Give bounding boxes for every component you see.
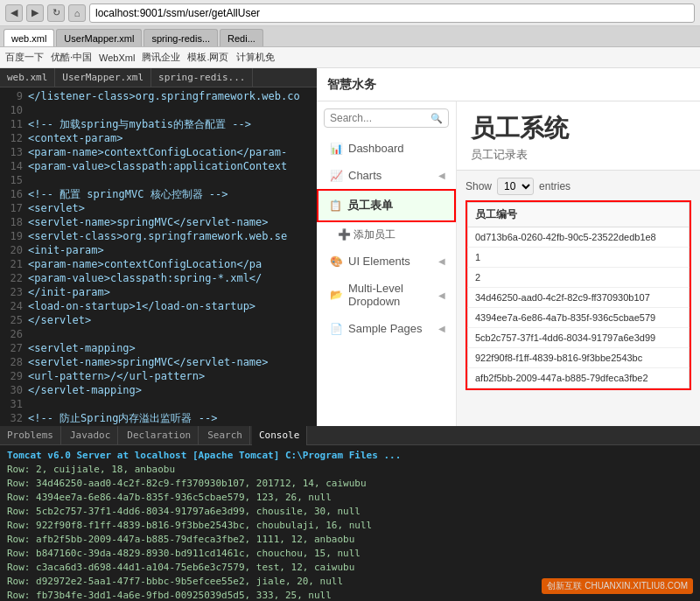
table-row[interactable]: 4394ee7a-6e86-4a7b-835f-936c5cbae579 [468,308,690,328]
table-row[interactable]: 0d713b6a-0260-42fb-90c5-23522dedb1e8 [468,227,690,248]
browser-tab-bar: web.xml UserMapper.xml spring-redis... R… [0,26,700,47]
line-number: 16 [4,187,28,201]
bookmark-4[interactable]: 模板.网页 [187,51,228,64]
app-header: 智慧水务 [317,68,700,101]
table-cell: 34d46250-aad0-4c2f-82c9-ff370930b107 [468,288,690,308]
charts-icon: 📈 [330,170,343,182]
code-tab-1[interactable]: UserMapper.xml [55,68,151,87]
sidebar: 🔍 📊 Dashboard 📈 Charts ◀ 📋 员工表单 ➕ [317,101,457,426]
line-number: 23 [4,285,28,299]
url-bar[interactable] [89,3,695,23]
search-input[interactable] [330,112,430,124]
home-button[interactable]: ⌂ [68,4,86,22]
code-tab-0[interactable]: web.xml [0,68,55,87]
browser-bar: ◀ ▶ ↻ ⌂ [0,0,700,26]
bookmarks-bar: 百度一下 优酷·中国 WebXml 腾讯企业 模板.网页 计算机免 [0,47,700,68]
ui-icon: 🎨 [330,255,343,268]
line-content: <servlet-class>org.springframework.web.s… [28,229,313,243]
bottom-tab-problems[interactable]: Problems [0,426,61,445]
chevron-right-icon-ui: ◀ [438,256,445,266]
sidebar-item-employee-list[interactable]: 📋 员工表单 [317,189,456,222]
line-number: 20 [4,243,28,257]
browser-tab-3[interactable]: Redi... [220,29,263,46]
code-line: 32 <!-- 防止Spring内存溢出监听器 --> [0,411,317,425]
console-line: Row: 922f90f8-f1ff-4839-b816-9f3bbe2543b… [7,519,693,533]
line-number: 26 [4,327,28,341]
table-row[interactable]: 2 [468,268,690,288]
line-content: </init-param> [28,285,313,299]
sidebar-item-charts-label: Charts [348,169,382,182]
code-line: 9 </listener-class>org.springframework.w… [0,89,317,103]
line-content: <url-pattern>/</url-pattern> [28,369,313,383]
table-row[interactable]: 5cb2c757-37f1-4dd6-8034-91797a6e3d99 [468,328,690,348]
table-row[interactable]: afb2f5bb-2009-447a-b885-79dfeca3fbe2 [468,368,690,388]
sidebar-search-box[interactable]: 🔍 [324,108,449,128]
table-area: Show 10 25 50 entries 员工编号 [457,171,700,426]
line-number: 11 [4,117,28,131]
table-row[interactable]: 34d46250-aad0-4c2f-82c9-ff370930b107 [468,288,690,308]
line-number: 12 [4,131,28,145]
line-content [28,173,313,187]
line-content: <context-param> [28,131,313,145]
console-line: Row: b847160c-39da-4829-8930-bd911cd1461… [7,547,693,561]
line-number: 28 [4,355,28,369]
line-number: 31 [4,397,28,411]
code-line: 11 <!-- 加载spring与mybatis的整合配置 --> [0,117,317,131]
sidebar-item-add-employee[interactable]: ➕ 添加员工 [317,222,456,248]
line-content: <servlet> [28,201,313,215]
sidebar-item-dashboard[interactable]: 📊 Dashboard [317,135,456,162]
refresh-button[interactable]: ↻ [47,4,65,22]
code-tab-2[interactable]: spring-redis... [151,68,253,87]
bookmark-5[interactable]: 计算机免 [236,51,275,64]
browser-tab-0[interactable]: web.xml [4,29,54,46]
line-content: <servlet-mapping> [28,341,313,355]
line-number: 21 [4,257,28,271]
console-line: Tomcat v6.0 Server at localhost [Apache … [7,449,693,463]
entries-select[interactable]: 10 25 50 [497,178,534,195]
console-line: Row: 34d46250-aad0-4c2f-82c9-ff370930b10… [7,477,693,491]
sidebar-item-add-label: 添加员工 [354,228,396,241]
forward-button[interactable]: ▶ [26,4,44,22]
sidebar-item-sample[interactable]: 📄 Sample Pages ◀ [317,315,456,342]
table-controls: Show 10 25 50 entries [466,178,691,195]
code-line: 30 </servlet-mapping> [0,383,317,397]
line-number: 9 [4,89,28,103]
bottom-tab-javadoc[interactable]: Javadoc [63,426,118,445]
back-button[interactable]: ◀ [5,4,23,22]
sidebar-item-employee-list-label: 员工表单 [347,198,393,213]
table-row[interactable]: 1 [468,248,690,268]
table-cell: 922f90f8-f1ff-4839-b816-9f3bbe2543bc [468,348,690,368]
table-cell: afb2f5bb-2009-447a-b885-79dfeca3fbe2 [468,368,690,388]
code-line: 26 [0,327,317,341]
bookmark-3[interactable]: 腾讯企业 [142,51,180,64]
browser-tab-2[interactable]: spring-redis... [144,29,218,46]
line-content: </servlet-mapping> [28,383,313,397]
col-header-id: 员工编号 [468,203,690,227]
table-head: 员工编号 [468,203,690,227]
line-number: 10 [4,103,28,117]
bookmark-1[interactable]: 优酷·中国 [51,51,92,64]
sidebar-item-ui-elements[interactable]: 🎨 UI Elements ◀ [317,248,456,275]
code-line: 16 <!-- 配置 springMVC 核心控制器 --> [0,187,317,201]
code-line: 17 <servlet> [0,201,317,215]
sidebar-item-charts[interactable]: 📈 Charts ◀ [317,162,456,189]
bottom-panel: ProblemsJavadocDeclarationSearchConsole … [0,426,700,601]
search-icon: 🔍 [430,113,443,124]
bottom-tab-search[interactable]: Search [200,426,250,445]
bottom-tab-declaration[interactable]: Declaration [120,426,199,445]
line-number: 32 [4,411,28,425]
code-line: 13 <param-name>contextConfigLocation</pa… [0,145,317,159]
sidebar-item-multilevel[interactable]: 📂 Multi-Level Dropdown ◀ [317,275,456,315]
sample-icon: 📄 [330,323,343,335]
bookmark-0[interactable]: 百度一下 [5,51,44,64]
console-line: Row: 2, cuijiale, 18, anbaobu [7,463,693,477]
chevron-right-icon-sp: ◀ [438,324,445,333]
bottom-tab-console[interactable]: Console [252,426,307,445]
add-icon: ➕ [338,228,351,241]
bottom-panel-tabs: ProblemsJavadocDeclarationSearchConsole [0,426,700,445]
bookmark-2[interactable]: WebXml [99,52,135,63]
table-row[interactable]: 922f90f8-f1ff-4839-b816-9f3bbe2543bc [468,348,690,368]
browser-tab-1[interactable]: UserMapper.xml [56,29,142,46]
app-name: 智慧水务 [327,77,376,93]
line-content: <param-value>classpath:applicationContex… [28,159,313,173]
